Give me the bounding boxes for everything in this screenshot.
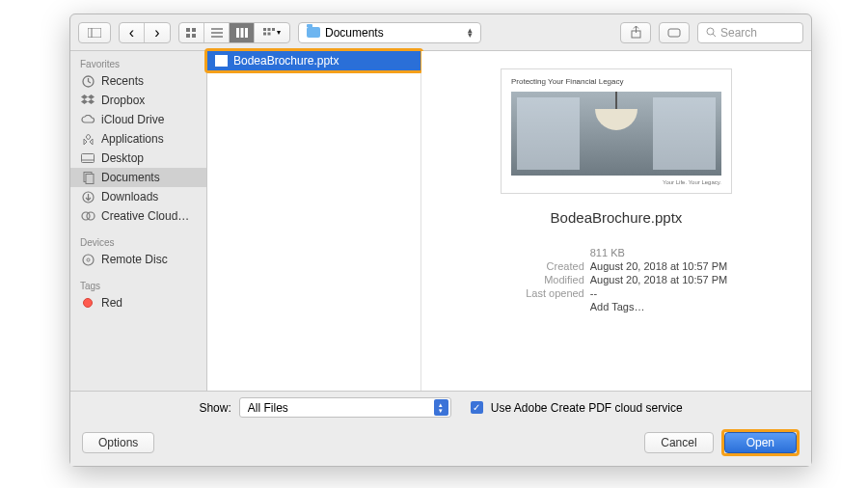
- svg-rect-14: [272, 28, 275, 31]
- preview-pane: Protecting Your Financial Legacy Your Li…: [421, 51, 811, 391]
- tag-red-icon: [80, 296, 95, 310]
- options-button[interactable]: Options: [82, 432, 154, 453]
- location-popup[interactable]: Documents ▴▾: [298, 22, 481, 43]
- gallery-view-button[interactable]: ▾: [255, 23, 289, 42]
- share-icon: [631, 26, 641, 39]
- show-label: Show:: [199, 401, 231, 415]
- preview-metadata: 811 KB CreatedAugust 20, 2018 at 10:57 P…: [505, 247, 728, 312]
- modified-value: August 20, 2018 at 10:57 PM: [590, 274, 728, 285]
- download-icon: [80, 190, 95, 203]
- preview-thumbnail: Protecting Your Financial Legacy Your Li…: [501, 68, 732, 194]
- slide-title: Protecting Your Financial Legacy: [511, 77, 721, 86]
- dropbox-icon: [80, 94, 95, 107]
- updown-icon: ▴▾: [434, 399, 448, 416]
- share-button[interactable]: [620, 22, 651, 43]
- svg-rect-12: [263, 28, 266, 31]
- presentation-file-icon: [215, 55, 228, 67]
- svg-marker-24: [88, 95, 95, 99]
- slide-photo: [511, 92, 721, 176]
- lastopened-value: --: [590, 287, 728, 299]
- svg-point-35: [83, 255, 94, 265]
- forward-button[interactable]: ›: [145, 23, 170, 42]
- tags-button[interactable]: [659, 22, 690, 43]
- sidebar-item-downloads[interactable]: Downloads: [70, 187, 206, 206]
- app-icon: [80, 132, 95, 146]
- sidebar-item-documents[interactable]: Documents: [70, 168, 206, 187]
- sidebar-item-tag-red[interactable]: Red: [70, 293, 206, 312]
- svg-rect-10: [240, 28, 243, 38]
- cloud-service-checkbox[interactable]: ✓: [471, 401, 483, 414]
- sidebar-toggle-button[interactable]: [78, 22, 111, 43]
- sidebar-item-label: Dropbox: [101, 94, 145, 107]
- cancel-button[interactable]: Cancel: [644, 432, 713, 453]
- sidebar-header-favorites: Favorites: [70, 55, 206, 71]
- svg-point-20: [707, 28, 714, 35]
- back-button[interactable]: ‹: [120, 23, 145, 42]
- created-value: August 20, 2018 at 10:57 PM: [590, 260, 728, 272]
- sidebar-header-tags: Tags: [70, 277, 206, 293]
- sidebar-item-desktop[interactable]: Desktop: [70, 149, 206, 168]
- sidebar-item-label: iCloud Drive: [101, 113, 164, 126]
- preview-size: 811 KB: [590, 247, 728, 258]
- column-view-button[interactable]: [230, 23, 255, 42]
- search-field[interactable]: Search: [697, 22, 803, 43]
- tag-icon: [667, 28, 681, 38]
- cloud-icon: [80, 113, 95, 126]
- grid-icon: [186, 28, 198, 38]
- svg-point-34: [87, 212, 95, 220]
- svg-rect-13: [268, 28, 271, 31]
- sidebar-item-label: Remote Disc: [101, 253, 168, 266]
- svg-marker-23: [81, 95, 88, 99]
- sidebar-item-icloud[interactable]: iCloud Drive: [70, 110, 206, 129]
- sidebar-item-label: Recents: [101, 74, 144, 88]
- sidebar-item-recents[interactable]: Recents: [70, 71, 206, 91]
- svg-rect-11: [245, 28, 248, 38]
- show-filter-select[interactable]: All Files ▴▾: [239, 397, 451, 418]
- add-tags-link[interactable]: Add Tags…: [590, 301, 728, 312]
- cloud-service-label: Use Adobe Create PDF cloud service: [491, 401, 683, 415]
- open-dialog: ‹ › ▾ Documents ▴▾: [69, 14, 812, 467]
- list-view-button[interactable]: [204, 23, 230, 42]
- lastopened-label: Last opened: [505, 287, 584, 299]
- nav-back-forward: ‹ ›: [119, 22, 171, 43]
- show-value: All Files: [248, 401, 288, 415]
- svg-line-21: [713, 34, 716, 37]
- button-label: Options: [98, 436, 138, 449]
- columns-icon: [236, 28, 248, 38]
- icon-view-button[interactable]: [179, 23, 204, 42]
- sidebar-item-applications[interactable]: Applications: [70, 129, 206, 149]
- bottom-bar: Show: All Files ▴▾ ✓ Use Adobe Create PD…: [70, 391, 811, 466]
- svg-marker-26: [88, 99, 95, 104]
- disc-icon: [80, 253, 95, 266]
- view-mode-segment: ▾: [178, 22, 290, 43]
- svg-rect-4: [186, 34, 190, 38]
- sidebar-item-creative-cloud[interactable]: Creative Cloud…: [70, 206, 206, 226]
- modified-label: Modified: [505, 274, 584, 285]
- location-label: Documents: [325, 26, 384, 40]
- sidebar-item-dropbox[interactable]: Dropbox: [70, 91, 206, 110]
- button-label: Open: [746, 436, 774, 449]
- sidebar: Favorites Recents Dropbox iCloud Drive A…: [70, 51, 207, 391]
- sidebar-item-label: Downloads: [101, 190, 158, 203]
- svg-rect-3: [192, 28, 196, 32]
- created-label: Created: [505, 260, 584, 272]
- open-button[interactable]: Open: [724, 432, 797, 453]
- svg-point-36: [87, 258, 90, 261]
- chevron-left-icon: ‹: [129, 24, 134, 41]
- file-row[interactable]: BodeaBrochure.pptx: [207, 51, 420, 70]
- dialog-body: Favorites Recents Dropbox iCloud Drive A…: [70, 51, 811, 391]
- button-label: Cancel: [661, 436, 696, 449]
- search-icon: [706, 27, 717, 38]
- svg-rect-30: [86, 174, 94, 183]
- svg-rect-19: [668, 29, 680, 37]
- chevron-down-icon: ▾: [277, 28, 281, 37]
- svg-rect-16: [268, 32, 271, 35]
- sidebar-item-label: Desktop: [101, 151, 144, 165]
- sidebar-header-devices: Devices: [70, 233, 206, 250]
- svg-rect-15: [263, 32, 266, 35]
- svg-rect-0: [88, 28, 101, 38]
- slide-footer: Your Life. Your Legacy.: [511, 179, 721, 185]
- sidebar-item-remote-disc[interactable]: Remote Disc: [70, 250, 206, 269]
- sidebar-item-label: Documents: [101, 171, 160, 184]
- file-list: BodeaBrochure.pptx: [207, 51, 421, 391]
